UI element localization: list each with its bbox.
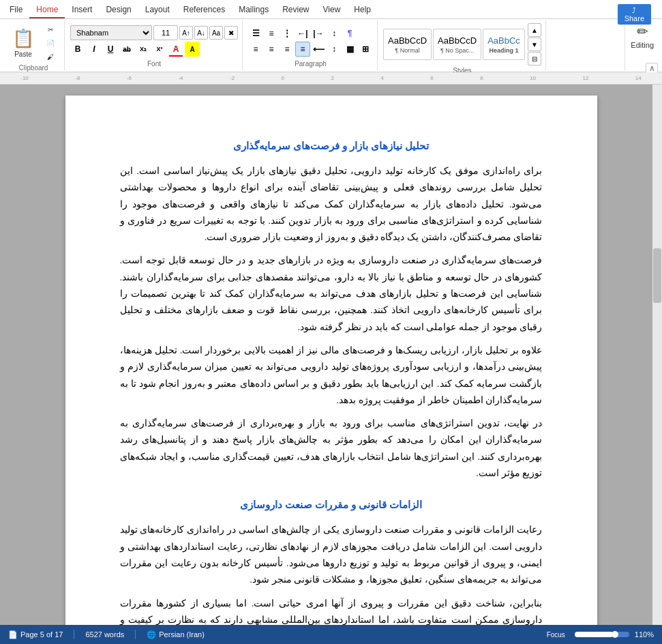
styles-group: AaBbCcD ¶ Normal AaBbCcD ¶ No Spac... Aa… — [379, 20, 546, 70]
section1-para2: فرصت‌های سرمایه‌گذاری در صنعت داروسازی ب… — [120, 252, 543, 335]
italic-button[interactable]: I — [87, 42, 102, 57]
justify-button[interactable]: ≡ — [295, 42, 310, 57]
style-heading1-label: Heading 1 — [490, 47, 519, 54]
line-spacing-button[interactable]: ↕ — [327, 42, 342, 57]
underline-button[interactable]: U — [103, 42, 118, 57]
font-label: Font — [147, 59, 161, 68]
borders-button[interactable]: ⊞ — [358, 42, 373, 57]
style-no-spacing-label: ¶ No Spac... — [440, 47, 474, 54]
copy-icon: 📄 — [46, 40, 55, 47]
status-bar: 📄 Page 5 of 17 6527 words 🌐 Persian (Ira… — [0, 625, 662, 644]
share-icon: ⤴ — [632, 6, 636, 14]
multilevel-button[interactable]: ⋮ — [280, 26, 295, 41]
tab-layout[interactable]: Layout — [138, 2, 177, 18]
numbering-button[interactable]: ≡ — [264, 26, 279, 41]
tab-view[interactable]: View — [316, 2, 348, 18]
sort-button[interactable]: ↕ — [327, 26, 342, 41]
focus-button[interactable]: Focus — [543, 630, 569, 640]
cut-icon: ✂ — [48, 26, 53, 33]
increase-indent-button[interactable]: |→ — [311, 26, 326, 41]
section2-para2: بنابراین، شناخت دقیق این مقررات و پیروی … — [120, 596, 543, 625]
language-text: Persian (Iran) — [159, 630, 205, 639]
paragraph-label: Paragraph — [295, 59, 327, 68]
copy-button[interactable]: 📄 — [41, 37, 60, 49]
tab-file[interactable]: File — [3, 2, 29, 18]
align-left-button[interactable]: ≡ — [248, 42, 263, 57]
status-sep1 — [74, 630, 74, 639]
zoom-slider[interactable] — [575, 632, 629, 637]
paragraph-group: ☰ ≡ ⋮ ←| |→ ↕ ¶ ≡ ≡ ≡ ≡ ⟵ ↕ — [244, 20, 378, 70]
language-info: 🌐 Persian (Iran) — [147, 630, 205, 639]
superscript-button[interactable]: X² — [152, 42, 167, 57]
change-case-button[interactable]: Aa — [209, 26, 223, 40]
editing-icon: ✏ — [637, 23, 648, 40]
page-info: 📄 Page 5 of 17 — [8, 630, 63, 639]
font-bottom-row: B I U ab X₂ X² A A — [70, 42, 238, 57]
shading-button[interactable]: ▩ — [342, 42, 357, 57]
page-info-text: Page 5 of 17 — [20, 630, 63, 639]
share-label: Share — [625, 14, 644, 23]
bullets-button[interactable]: ☰ — [248, 26, 263, 41]
para-row-2: ≡ ≡ ≡ ≡ ⟵ ↕ ▩ ⊞ — [248, 42, 373, 57]
styles-scroll-down[interactable]: ▼ — [528, 38, 541, 51]
section1-para4: در نهایت، تدوین استراتژی‌های مناسب برای … — [120, 415, 543, 482]
font-section: Shabnam A↑ A↓ Aa ✖ B I U ab X₂ X — [70, 25, 238, 57]
cut-button[interactable]: ✂ — [41, 23, 60, 35]
status-sep2 — [135, 630, 136, 639]
word-count: 6527 words — [85, 630, 124, 639]
decrease-indent-button[interactable]: ←| — [295, 26, 310, 41]
text-color-button[interactable]: A — [168, 42, 183, 57]
show-marks-button[interactable]: ¶ — [342, 26, 357, 41]
font-top-row: Shabnam A↑ A↓ Aa ✖ — [70, 25, 238, 40]
clipboard-content: 📋 Paste ✂ 📄 🖌 — [7, 23, 60, 63]
highlight-button[interactable]: A — [185, 42, 200, 57]
style-heading1-preview: AaBbCc — [487, 35, 520, 46]
scrollbar-thumb[interactable] — [653, 248, 661, 303]
zoom-bar-fill — [575, 632, 613, 637]
style-normal-label: ¶ Normal — [395, 47, 419, 54]
para-buttons: ☰ ≡ ⋮ ←| |→ ↕ ¶ ≡ ≡ ≡ ≡ ⟵ ↕ — [248, 26, 373, 57]
bold-button[interactable]: B — [70, 42, 85, 57]
strikethrough-button[interactable]: ab — [119, 42, 134, 57]
font-group: Shabnam A↑ A↓ Aa ✖ B I U ab X₂ X — [66, 20, 243, 70]
tab-review[interactable]: Review — [275, 2, 316, 18]
align-center-button[interactable]: ≡ — [264, 42, 279, 57]
section1-para1: برای راه‌اندازی موفق یک کارخانه تولید دا… — [120, 163, 543, 246]
section1-title: تحلیل نیازهای بازار و فرصت‌های سرمایه‌گذ… — [120, 136, 543, 155]
styles-scroll-up[interactable]: ▲ — [528, 23, 541, 37]
style-normal[interactable]: AaBbCcD ¶ Normal — [383, 29, 432, 60]
style-no-spacing[interactable]: AaBbCcD ¶ No Spac... — [433, 29, 481, 60]
section2-para1: رعایت الزامات قانونی و مقررات صنعت داروس… — [120, 522, 543, 588]
zoom-thumb — [612, 631, 618, 638]
clear-format-button[interactable]: ✖ — [224, 26, 238, 40]
para-row-1: ☰ ≡ ⋮ ←| |→ ↕ ¶ — [248, 26, 373, 41]
decrease-font-button[interactable]: A↓ — [194, 26, 208, 40]
vertical-scrollbar[interactable] — [652, 85, 662, 625]
tab-design[interactable]: Design — [99, 2, 138, 18]
clipboard-label: Clipboard — [19, 63, 48, 72]
align-right-button[interactable]: ≡ — [280, 42, 295, 57]
font-name-select[interactable]: Shabnam — [70, 25, 152, 40]
paste-icon: 📋 — [12, 28, 34, 49]
style-heading1[interactable]: AaBbCc Heading 1 — [483, 29, 525, 60]
subscript-button[interactable]: X₂ — [136, 42, 151, 57]
tab-help[interactable]: Help — [347, 2, 378, 18]
increase-font-button[interactable]: A↑ — [179, 26, 193, 40]
document-page: تحلیل نیازهای بازار و فرصت‌های سرمایه‌گذ… — [65, 96, 597, 625]
focus-label: Focus — [547, 631, 565, 639]
font-size-input[interactable] — [153, 25, 178, 40]
paste-label: Paste — [14, 50, 32, 58]
paste-button[interactable]: 📋 Paste — [7, 24, 40, 62]
tab-insert[interactable]: Insert — [65, 2, 99, 18]
ribbon-tabs-container: File Home Insert Design Layout Reference… — [0, 0, 662, 19]
format-painter-button[interactable]: 🖌 — [41, 50, 60, 63]
styles-more-button[interactable]: ⊟ — [528, 52, 541, 65]
tab-mailings[interactable]: Mailings — [232, 2, 275, 18]
tab-home[interactable]: Home — [29, 2, 65, 18]
share-button[interactable]: ⤴ Share — [618, 4, 651, 25]
tab-references[interactable]: References — [177, 2, 232, 18]
rtl-button[interactable]: ⟵ — [311, 42, 326, 57]
language-icon: 🌐 — [147, 630, 156, 639]
section2-title: الزامات قانونی و مقررات صنعت داروسازی — [120, 495, 543, 514]
zoom-level: 110% — [635, 630, 654, 639]
